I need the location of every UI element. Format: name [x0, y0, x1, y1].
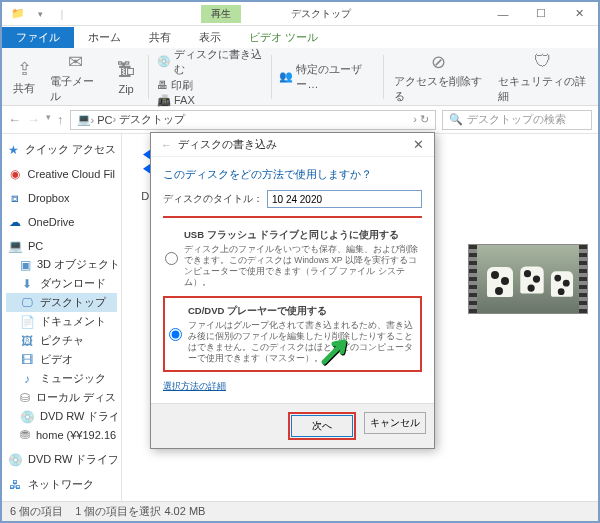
status-selected: 1 個の項目を選択 4.02 MB	[75, 504, 205, 519]
context-tab-play[interactable]: 再生	[201, 5, 241, 23]
sidebar-downloads[interactable]: ⬇ダウンロード	[6, 274, 117, 293]
onedrive-icon: ☁	[8, 215, 22, 229]
tab-share[interactable]: 共有	[135, 27, 185, 48]
ribbon-burn[interactable]: 💿ディスクに書き込む	[157, 47, 263, 77]
folder-icon: 📁	[10, 6, 26, 22]
ribbon-users-group: 👥特定のユーザー…	[275, 62, 379, 92]
separator	[271, 55, 272, 99]
forward-button[interactable]: →	[27, 112, 40, 127]
separator	[148, 55, 149, 99]
radio-usb[interactable]	[165, 229, 178, 288]
ribbon-remove-access[interactable]: ⊘アクセスを削除する	[388, 50, 490, 104]
sidebar-pictures[interactable]: 🖼ピクチャ	[6, 331, 117, 350]
network-icon: 🖧	[8, 478, 22, 492]
cube-icon: ▣	[20, 258, 31, 272]
address-bar-row: ← → ▾ ↑ 💻 PC デスクトップ ↻ 🔍 デスクトップの検索	[2, 106, 598, 134]
ribbon-mail[interactable]: ✉電子メール	[44, 50, 106, 104]
ribbon-print[interactable]: 🖶印刷	[157, 78, 263, 93]
next-button[interactable]: 次へ	[291, 415, 353, 437]
sidebar-documents[interactable]: 📄ドキュメント	[6, 312, 117, 331]
ribbon: ⇪共有 ✉電子メール 🗜Zip 💿ディスクに書き込む 🖶印刷 📠FAX 👥特定の…	[2, 48, 598, 106]
sidebar-3d-objects[interactable]: ▣3D オブジェクト	[6, 255, 117, 274]
sidebar-home-network[interactable]: ⛃home (¥¥192.16	[6, 426, 117, 444]
sidebar-dvd-rw-2[interactable]: 💿DVD RW ドライブ (	[6, 450, 117, 469]
titlebar-center: 再生 デスクトップ	[78, 5, 484, 23]
cancel-button[interactable]: キャンセル	[364, 412, 426, 434]
video-thumbnail	[468, 244, 588, 314]
picture-icon: 🖼	[20, 334, 34, 348]
crumb-pc[interactable]: PC	[91, 114, 113, 126]
ribbon-security[interactable]: 🛡セキュリティの詳細	[492, 50, 594, 104]
quick-access-toolbar: 📁 ▾ |	[2, 6, 78, 22]
radio-cddvd[interactable]	[169, 305, 182, 364]
disc-title-label: ディスクのタイトル：	[163, 192, 263, 206]
burn-disc-dialog: ← ディスクの書き込み ✕ このディスクをどの方法で使用しますか？ ディスクのタ…	[150, 132, 435, 449]
sidebar-dvd-rw-1[interactable]: 💿DVD RW ドライ	[6, 407, 117, 426]
ribbon-share[interactable]: ⇪共有	[6, 57, 42, 96]
print-icon: 🖶	[157, 79, 168, 91]
pc-icon: 💻	[77, 113, 91, 126]
window-title: デスクトップ	[281, 5, 361, 23]
crumb-desktop[interactable]: デスクトップ	[113, 112, 186, 127]
search-icon: 🔍	[449, 113, 463, 126]
window-controls: — ☐ ✕	[484, 2, 598, 26]
disc-icon: 💿	[20, 410, 34, 424]
disc-icon: 💿	[8, 453, 22, 467]
minimize-button[interactable]: —	[484, 2, 522, 26]
window-titlebar: 📁 ▾ | 再生 デスクトップ — ☐ ✕	[2, 2, 598, 26]
maximize-button[interactable]: ☐	[522, 2, 560, 26]
option-cddvd-desc: ファイルはグループ化されて書き込まれるため、書き込み後に個別のファイルを編集した…	[188, 320, 416, 364]
dialog-title: ディスクの書き込み	[178, 137, 277, 152]
up-button[interactable]: ↑	[57, 112, 64, 127]
document-icon: 📄	[20, 315, 34, 329]
navigation-pane: ★クイック アクセス ◉Creative Cloud Fil ⧈Dropbox …	[2, 134, 122, 501]
tab-file[interactable]: ファイル	[2, 27, 74, 48]
search-box[interactable]: 🔍 デスクトップの検索	[442, 110, 592, 130]
option-usb[interactable]: USB フラッシュ ドライブと同じように使用する ディスク上のファイルをいつでも…	[163, 222, 422, 294]
download-icon: ⬇	[20, 277, 34, 291]
back-arrow-icon[interactable]: ←	[161, 139, 172, 151]
option-cddvd[interactable]: CD/DVD プレーヤーで使用する ファイルはグループ化されて書き込まれるため、…	[167, 302, 418, 366]
dropdown-icon[interactable]: ▾	[32, 6, 48, 22]
sidebar-videos[interactable]: 🎞ビデオ	[6, 350, 117, 369]
sidebar-pc[interactable]: 💻PC	[6, 237, 117, 255]
sidebar-local-disk[interactable]: ⛁ローカル ディスク (	[6, 388, 117, 407]
cloud-icon: ◉	[8, 167, 22, 181]
ribbon-tabs: ファイル ホーム 共有 表示 ビデオ ツール	[2, 26, 598, 48]
recent-dropdown[interactable]: ▾	[46, 112, 51, 127]
sidebar-music[interactable]: ♪ミュージック	[6, 369, 117, 388]
ribbon-zip[interactable]: 🗜Zip	[108, 59, 144, 95]
dialog-close-button[interactable]: ✕	[413, 137, 424, 152]
highlight-option-cddvd: CD/DVD プレーヤーで使用する ファイルはグループ化されて書き込まれるため、…	[163, 296, 422, 372]
tab-home[interactable]: ホーム	[74, 27, 135, 48]
sidebar-onedrive[interactable]: ☁OneDrive	[6, 213, 117, 231]
address-bar[interactable]: 💻 PC デスクトップ ↻	[70, 110, 437, 130]
link-details[interactable]: 選択方法の詳細	[163, 380, 226, 393]
disc-title-input[interactable]	[267, 190, 422, 208]
nav-buttons: ← → ▾ ↑	[8, 112, 64, 127]
search-placeholder: デスクトップの検索	[467, 112, 566, 127]
users-icon: 👥	[279, 70, 293, 83]
file-item-video[interactable]	[468, 244, 588, 314]
back-button[interactable]: ←	[8, 112, 21, 127]
ribbon-mini-group: 💿ディスクに書き込む 🖶印刷 📠FAX	[153, 47, 267, 107]
highlight-title-row: ディスクのタイトル：	[163, 190, 422, 218]
tab-video-tools[interactable]: ビデオ ツール	[235, 27, 332, 48]
disc-icon: 💿	[157, 55, 171, 68]
divider: |	[54, 6, 70, 22]
sidebar-quick-access[interactable]: ★クイック アクセス	[6, 140, 117, 159]
zip-icon: 🗜	[114, 59, 138, 83]
separator	[383, 55, 384, 99]
ribbon-users[interactable]: 👥特定のユーザー…	[279, 62, 375, 92]
refresh-icon[interactable]: ↻	[413, 113, 429, 126]
status-item-count: 6 個の項目	[10, 504, 63, 519]
sidebar-creative-cloud[interactable]: ◉Creative Cloud Fil	[6, 165, 117, 183]
sidebar-network[interactable]: 🖧ネットワーク	[6, 475, 117, 494]
pc-icon: 💻	[8, 239, 22, 253]
sidebar-dropbox[interactable]: ⧈Dropbox	[6, 189, 117, 207]
sidebar-desktop[interactable]: 🖵デスクトップ	[6, 293, 117, 312]
tab-view[interactable]: 表示	[185, 27, 235, 48]
music-icon: ♪	[20, 372, 34, 386]
close-button[interactable]: ✕	[560, 2, 598, 26]
ribbon-fax[interactable]: 📠FAX	[157, 94, 263, 107]
